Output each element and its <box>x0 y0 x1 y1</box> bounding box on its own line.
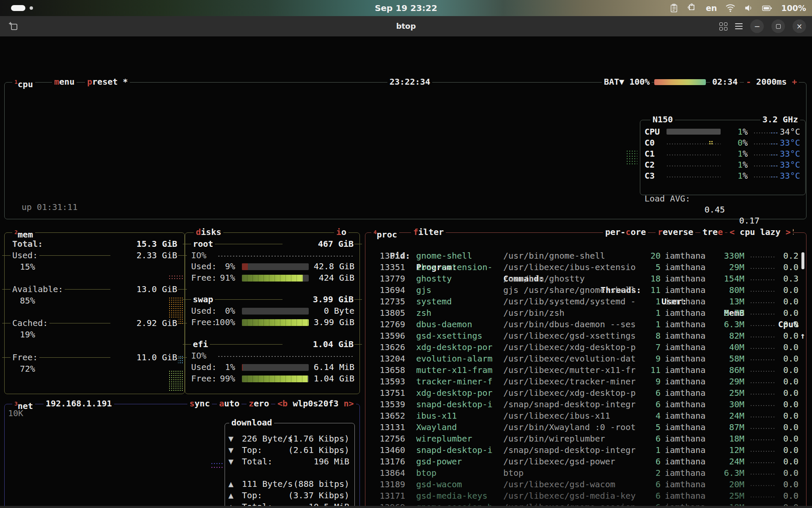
mem-label: Used: <box>11 250 39 261</box>
preset-button[interactable]: preset * <box>85 76 130 88</box>
process-pid: 13805 <box>369 307 405 319</box>
tab-overview-icon[interactable] <box>719 22 727 30</box>
process-row[interactable]: 13171gsd-media-keys/usr/libexec/gsd-medi… <box>369 490 803 502</box>
auto-button[interactable]: auto <box>217 398 241 409</box>
process-row[interactable]: 13204evolution-alarm/usr/libexec/evoluti… <box>369 353 803 364</box>
process-row[interactable]: 13652ibus-x11/usr/libexec/ibus-x114iamth… <box>369 410 803 422</box>
mem-percent: 15% <box>20 261 35 273</box>
process-row[interactable]: 13131Xwayland/usr/bin/Xwayland :0 -root5… <box>369 422 803 433</box>
process-row[interactable]: 13014gnome-shell/usr/bin/gnome-shell20ia… <box>369 250 803 262</box>
process-row[interactable]: 13694gjsgjs /usr/share/gnome-shell11iamt… <box>369 284 803 296</box>
process-row[interactable]: 13805zsh/usr/bin/zsh1iamthana8.7M0.0 <box>369 307 803 319</box>
process-scrollbar-thumb[interactable] <box>801 252 804 269</box>
process-row[interactable]: 13351ibus-extension-/usr/libexec/ibus-ex… <box>369 262 803 273</box>
reverse-button[interactable]: reverse <box>656 226 695 238</box>
keyboard-layout-indicator[interactable]: en <box>706 3 717 13</box>
cpu-stats-panel: N150 3.2 GHz CPU1%34°CC00%33°CC11%33°CC2… <box>640 120 806 195</box>
process-user: iamthana <box>665 262 705 273</box>
process-user: iamthana <box>665 284 705 296</box>
process-user: iamthana <box>665 433 705 444</box>
process-cpu-percent: 0.0 <box>765 479 798 490</box>
process-row[interactable]: 12735systemd/usr/lib/systemd/systemd -1i… <box>369 296 803 307</box>
process-memory: 18M <box>702 433 744 444</box>
battery-icon[interactable] <box>762 3 773 13</box>
process-cpu-percent: 0.0 <box>765 387 798 399</box>
refresh-rate-control[interactable]: - 2000ms + <box>744 76 799 88</box>
process-row[interactable]: 13593tracker-miner-f/usr/libexec/tracker… <box>369 376 803 387</box>
process-memory: 6.3M <box>702 319 744 330</box>
process-command: /usr/libexec/gsd-wacom <box>503 479 615 490</box>
core-usage-graph <box>667 176 721 179</box>
sync-button[interactable]: sync <box>187 398 212 409</box>
load-avg-1m: 0.45 <box>695 204 725 215</box>
clipboard-icon[interactable] <box>669 3 679 13</box>
process-pid: 13779 <box>369 273 405 284</box>
close-button[interactable]: × <box>793 19 806 33</box>
process-memory: 82M <box>702 330 744 342</box>
process-program: evolution-alarm <box>416 353 493 364</box>
process-pid: 13658 <box>369 364 405 376</box>
process-threads: 6 <box>627 387 661 399</box>
process-command: /usr/bin/zsh <box>503 307 565 319</box>
process-command: /usr/lib/systemd/systemd - <box>503 296 636 307</box>
disks-box-title[interactable]: disks <box>194 226 223 238</box>
window-title: btop <box>0 16 812 36</box>
process-row[interactable]: 13751xdg-desktop-por/usr/libexec/xdg-des… <box>369 387 803 399</box>
process-cpu-percent: 0.0 <box>765 433 798 444</box>
btop-clock: 23:22:34 <box>387 76 432 88</box>
menu-button[interactable]: menu <box>52 76 77 88</box>
interface-switcher[interactable]: <b wlp0s20f3 n> <box>275 398 356 409</box>
process-row[interactable]: 13176gsd-power/usr/libexec/gsd-power6iam… <box>369 456 803 467</box>
volume-icon[interactable] <box>744 3 753 13</box>
disk-used-percent: 9% <box>211 261 235 272</box>
download-stat-label: Total: <box>242 456 272 467</box>
process-pid: 12756 <box>369 433 405 444</box>
download-stat-value: (1.76 Kibps) <box>288 433 350 444</box>
process-program: gsd-media-keys <box>416 490 488 502</box>
process-row[interactable]: 13460snapd-desktop-i/snap/snapd-desktop-… <box>369 444 803 456</box>
per-core-button[interactable]: per-core <box>603 226 648 238</box>
process-pid: 13460 <box>369 444 405 456</box>
tree-button[interactable]: tree <box>700 226 725 238</box>
process-row[interactable]: 13539snapd-desktop-i/snap/snapd-desktop-… <box>369 399 803 410</box>
process-program: btop <box>416 467 436 479</box>
process-row[interactable]: 13626xdg-desktop-por/usr/libexec/xdg-des… <box>369 342 803 353</box>
core-percent: 1% <box>723 126 748 137</box>
process-row[interactable]: 13189gsd-wacom/usr/libexec/gsd-wacom6iam… <box>369 479 803 490</box>
download-arrow-icon: ▼ <box>228 433 233 444</box>
cpu-usage-meter <box>667 129 721 135</box>
process-user: iamthana <box>665 376 705 387</box>
process-pid: 13751 <box>369 387 405 399</box>
mem-percent: 72% <box>20 363 35 375</box>
process-user: iamthana <box>665 273 705 284</box>
extensions-puzzle-icon[interactable] <box>687 3 697 13</box>
process-command: /usr/libexec/gsd-media-key <box>503 490 636 502</box>
btop-terminal: 1cpu menu preset * 23:22:34 BAT▼ 100% 02… <box>0 36 812 508</box>
process-row[interactable]: 13658mutter-x11-fram/usr/libexec/mutter-… <box>369 364 803 376</box>
system-top-bar: Sep 19 23:22 en 100% <box>0 0 812 16</box>
menu-hamburger-icon[interactable] <box>735 23 743 29</box>
memory-box: 2mem Total:15.3 GiBUsed:2.33 GiB15%Avail… <box>4 232 185 394</box>
sort-column-selector[interactable]: < cpu lazy > <box>727 226 793 238</box>
zero-button[interactable]: zero <box>247 398 271 409</box>
filter-button[interactable]: filter <box>411 226 446 238</box>
process-row[interactable]: 13864btopbtop2iamthana6.3M0.0 <box>369 467 803 479</box>
cpu-box-title[interactable]: 1cpu <box>12 76 35 90</box>
core-graph-accent-dots <box>709 141 713 145</box>
disks-io-button[interactable]: io <box>334 226 348 238</box>
process-user: iamthana <box>665 353 705 364</box>
upload-stat-value: (888 bitps) <box>294 478 349 490</box>
battery-status: BAT▼ 100% <box>602 76 652 88</box>
process-row[interactable]: 12769dbus-daemon/usr/bin/dbus-daemon --s… <box>369 319 803 330</box>
disk-free-value: 3.99 GiB <box>287 317 354 328</box>
temp-graph <box>754 154 778 157</box>
process-row[interactable]: 12756wireplumber/usr/bin/wireplumber6iam… <box>369 433 803 444</box>
process-row[interactable]: 13596gsd-xsettings/usr/libexec/gsd-xsett… <box>369 330 803 342</box>
process-pid: 12769 <box>369 319 405 330</box>
process-program: gsd-xsettings <box>416 330 483 342</box>
minimize-button[interactable]: − <box>750 19 764 33</box>
process-box-title[interactable]: 4proc <box>371 226 399 240</box>
wifi-icon[interactable] <box>725 3 735 13</box>
maximize-button[interactable] <box>771 19 785 33</box>
process-row[interactable]: 13779ghostty/usr/bin/ghostty18iamthana15… <box>369 273 803 284</box>
